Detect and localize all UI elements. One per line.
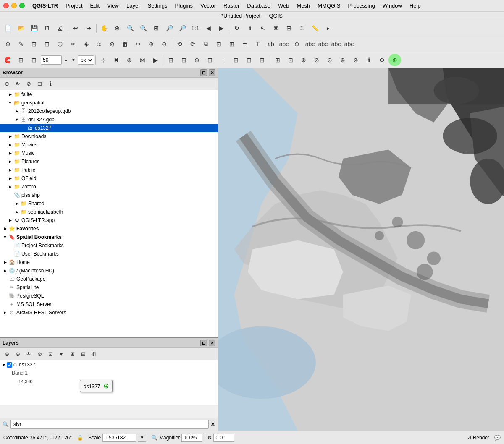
- annotation-btn3[interactable]: ⊕: [297, 54, 310, 66]
- adv-digit1[interactable]: ⟲: [173, 38, 186, 50]
- menu-mesh[interactable]: Mesh: [293, 2, 313, 10]
- snap-input[interactable]: 50: [41, 55, 62, 65]
- stats-button[interactable]: Σ: [296, 22, 308, 34]
- digitize-btn6[interactable]: ✏: [67, 38, 79, 50]
- layers-filter2-btn[interactable]: ▼: [56, 349, 66, 359]
- layers-group-btn[interactable]: ⊞: [67, 349, 77, 359]
- render-checkbox[interactable]: ☑: [467, 435, 471, 441]
- search-input[interactable]: slyr: [10, 420, 209, 429]
- menu-mmqgis[interactable]: MMQGIS: [314, 2, 344, 10]
- digitize-btn4[interactable]: ⊡: [41, 38, 53, 50]
- scale-input[interactable]: 1:535182: [102, 434, 136, 442]
- adv-digit12[interactable]: abc: [317, 38, 329, 50]
- tree-item-ds1327gdb[interactable]: ▼ 🗄 ds1327.gdb: [0, 115, 218, 124]
- tree-item-macintosh[interactable]: ▶ 💿 / (Macintosh HD): [0, 266, 218, 275]
- close-button[interactable]: [3, 3, 9, 8]
- map-area[interactable]: [218, 68, 504, 431]
- tree-item-shared[interactable]: ▶ 📁 Shared: [0, 199, 218, 208]
- search-clear-btn[interactable]: ✕: [210, 421, 215, 428]
- snap-btn1[interactable]: 🧲: [2, 54, 14, 66]
- menu-help[interactable]: Help: [406, 2, 424, 10]
- layout-btn4[interactable]: ⊡: [204, 54, 216, 66]
- layers-move-up-btn[interactable]: ⊡: [45, 349, 55, 359]
- tree-item-downloads[interactable]: ▶ 📁 Downloads: [0, 132, 218, 141]
- snap-unit-select[interactable]: px m ft: [78, 55, 94, 65]
- tree-item-projectbookmarks[interactable]: 📄 Project Bookmarks: [0, 241, 218, 250]
- tree-item-zotero[interactable]: ▶ 📁 Zotero: [0, 183, 218, 191]
- layout-btn2[interactable]: ⊟: [178, 54, 190, 66]
- zoom-selection-button[interactable]: 🔎: [163, 22, 176, 34]
- menu-database[interactable]: Database: [244, 2, 274, 10]
- zoom-out-button[interactable]: 🔍: [137, 22, 150, 34]
- adv-digit9[interactable]: abc: [278, 38, 290, 50]
- digitize-btn12[interactable]: ⊕: [145, 38, 158, 50]
- share-btn[interactable]: ⊕: [388, 54, 401, 66]
- adv-digit2[interactable]: ⟳: [186, 38, 199, 50]
- layers-remove2-btn[interactable]: 🗑: [89, 349, 99, 359]
- digitize-btn9[interactable]: ⊘: [106, 38, 118, 50]
- annotation-btn4[interactable]: ⊘: [310, 54, 323, 66]
- snap-btn6[interactable]: ⊕: [123, 54, 136, 66]
- tooltip-add-icon[interactable]: ⊕: [103, 382, 109, 389]
- new-button[interactable]: 📄: [2, 22, 14, 34]
- annotation-btn7[interactable]: ⊗: [349, 54, 362, 66]
- tree-item-ds1327[interactable]: 🗂 ds1327: [0, 124, 218, 132]
- tree-item-spatialbookmarks[interactable]: ▼ 🔖 Spatial Bookmarks: [0, 233, 218, 241]
- zoom-in-button[interactable]: 🔍: [124, 22, 136, 34]
- browser-collapse-btn[interactable]: ⊟: [34, 79, 45, 89]
- tree-item-qgisltr[interactable]: ▶ ⚙ QGIS-LTR.app: [0, 216, 218, 225]
- save-as-button[interactable]: 🗒: [41, 22, 53, 34]
- more-button[interactable]: ▸: [322, 22, 334, 34]
- tree-item-mssql[interactable]: ⊞ MS SQL Server: [0, 300, 218, 308]
- annotation-btn5[interactable]: ⊙: [323, 54, 336, 66]
- snap-down[interactable]: ▼: [70, 54, 77, 66]
- adv-digit14[interactable]: abc: [343, 38, 355, 50]
- menu-processing[interactable]: Processing: [344, 2, 378, 10]
- annotation-btn8[interactable]: ℹ: [362, 54, 375, 66]
- tree-item-2012collegeup[interactable]: ▶ 🗄 2012collegeup.gdb: [0, 107, 218, 115]
- layout-btn3[interactable]: ⊕: [191, 54, 203, 66]
- render-item[interactable]: ☑ Render: [467, 435, 489, 441]
- digitize-btn11[interactable]: ✂: [132, 38, 144, 50]
- snap-btn5[interactable]: ✖: [110, 54, 123, 66]
- layout-btn5[interactable]: ⋮: [217, 54, 229, 66]
- layers-visible-btn[interactable]: 👁: [24, 349, 34, 359]
- rotate-button[interactable]: ↻: [231, 22, 243, 34]
- browser-filter-btn[interactable]: ⊘: [24, 79, 34, 89]
- layout-btn6[interactable]: ⊞: [230, 54, 242, 66]
- browser-close-btn[interactable]: ✕: [209, 69, 215, 76]
- digitize-btn10[interactable]: 🗑: [119, 38, 131, 50]
- tree-item-home[interactable]: ▶ 🏠 Home: [0, 258, 218, 266]
- zoom-layer-button[interactable]: 🔎: [176, 22, 189, 34]
- tree-item-arcgis[interactable]: ▶ ⊙ ArcGIS REST Servers: [0, 308, 218, 317]
- adv-digit7[interactable]: T: [252, 38, 264, 50]
- pan-map-button[interactable]: ⊕: [111, 22, 123, 34]
- save-button[interactable]: 💾: [28, 22, 40, 34]
- menu-raster[interactable]: Raster: [220, 2, 243, 10]
- adv-digit4[interactable]: ⊡: [213, 38, 225, 50]
- menu-window[interactable]: Window: [379, 2, 405, 10]
- snap-btn3[interactable]: ⊡: [28, 54, 40, 66]
- tree-item-favorites[interactable]: ▶ ⭐ Favorites: [0, 225, 218, 233]
- snap-btn4[interactable]: ⊹: [97, 54, 110, 66]
- digitize-btn1[interactable]: ⊕: [2, 38, 14, 50]
- browser-refresh-btn[interactable]: ↻: [13, 79, 23, 89]
- snap-btn7[interactable]: ⋈: [136, 54, 149, 66]
- measure-button[interactable]: 📏: [309, 22, 321, 34]
- digitize-btn5[interactable]: ⬡: [54, 38, 66, 50]
- snap-btn2[interactable]: ⊞: [15, 54, 27, 66]
- layers-remove-btn[interactable]: ⊖: [13, 349, 23, 359]
- browser-info-btn[interactable]: ℹ: [45, 79, 55, 89]
- maximize-button[interactable]: [19, 3, 25, 8]
- pan-button[interactable]: ✋: [98, 22, 110, 34]
- menu-web[interactable]: Web: [275, 2, 293, 10]
- digitize-btn3[interactable]: ⊞: [28, 38, 40, 50]
- annotation-btn2[interactable]: ⊡: [284, 54, 297, 66]
- annotation-btn9[interactable]: ⚙: [375, 54, 388, 66]
- adv-digit8[interactable]: ab: [265, 38, 277, 50]
- tree-item-plss[interactable]: 📎 plss.shp: [0, 191, 218, 199]
- tree-item-postgresql[interactable]: 🐘 PostgreSQL: [0, 292, 218, 300]
- annotation-btn6[interactable]: ⊛: [336, 54, 349, 66]
- minimize-button[interactable]: [11, 3, 17, 8]
- tree-item-qfield[interactable]: ▶ 📁 QField: [0, 174, 218, 183]
